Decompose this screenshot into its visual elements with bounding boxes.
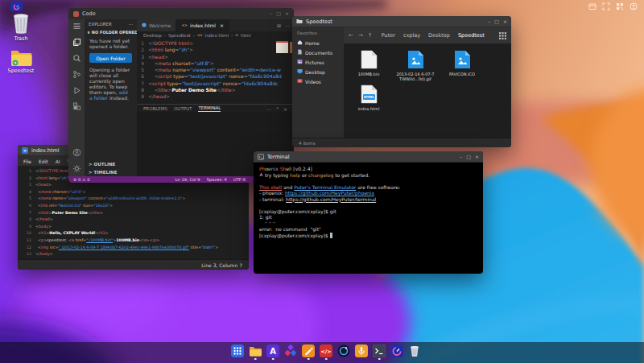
code-line: 7 <title>Puter Demo Site</title>	[18, 210, 249, 217]
sidebar-item-videos[interactable]: Videos	[297, 76, 344, 86]
explorer-section-header[interactable]: ∨ NO FOLDER OPENED	[85, 28, 137, 36]
run-debug-icon[interactable]	[72, 86, 81, 95]
dock-browser-icon[interactable]	[337, 344, 350, 360]
files-titlebar[interactable]: Speedtest –□×	[292, 16, 511, 27]
outline-section[interactable]: > OUTLINE	[85, 160, 137, 168]
chevron-up-icon[interactable]: ⌃	[275, 106, 279, 112]
code-line: 9</head>	[137, 93, 294, 100]
breadcrumb-item[interactable]: Speedtest	[168, 33, 191, 38]
more-actions-icon[interactable]: ⋯	[266, 106, 271, 112]
vscode-explorer-sidebar: EXPLORER⋯ ∨ NO FOLDER OPENED You have no…	[85, 19, 137, 176]
dock-recorder-icon[interactable]	[355, 344, 368, 360]
back-icon[interactable]: ←	[349, 32, 353, 39]
search-icon[interactable]	[72, 54, 81, 63]
more-actions-icon[interactable]: ⋯	[129, 22, 134, 27]
dock-code-icon[interactable]: </>	[320, 344, 332, 360]
cursor-position[interactable]: Ln 19, Col 9	[175, 177, 200, 182]
source-control-icon[interactable]	[72, 70, 81, 79]
panel-tab-problems[interactable]: PROBLEMS	[143, 106, 167, 111]
file-item[interactable]: 100MB.bin	[345, 50, 392, 81]
menu-ai[interactable]: AI	[56, 159, 60, 164]
dock-files-icon[interactable]	[249, 344, 262, 360]
maximize-icon[interactable]: □	[494, 19, 499, 24]
menu-icon[interactable]	[72, 22, 81, 31]
breadcrumb-cxplay[interactable]: cxplay	[403, 32, 420, 39]
code-line: 11 <p>speedtest: <a href="./100MB.bin">1…	[18, 237, 249, 245]
vscode-tab-bar: Welcome<>index.html×⊞⋯	[137, 19, 294, 31]
sidebar-item-documents[interactable]: Documents	[297, 47, 344, 57]
code-line: 3<head>	[18, 182, 249, 189]
file-item[interactable]: FAVICON.ICO	[439, 50, 485, 81]
maximize-icon[interactable]: □	[276, 11, 281, 16]
menu-file[interactable]: File	[23, 159, 31, 164]
breadcrumb-puter[interactable]: Puter	[382, 32, 395, 39]
problems-indicator[interactable]: ⊘ 0 ⚠ 0	[73, 177, 90, 182]
dock-terminal-icon[interactable]	[373, 344, 386, 360]
sidebar-item-home[interactable]: Home	[297, 38, 344, 47]
trash-label: Trash	[3, 35, 39, 42]
breadcrumb-item[interactable]: html	[241, 33, 251, 38]
minimize-icon[interactable]: –	[270, 11, 272, 16]
fullscreen-icon[interactable]	[602, 2, 610, 10]
breadcrumb-item[interactable]: Desktop	[143, 33, 162, 38]
more-actions-icon[interactable]: ⋯	[285, 23, 290, 28]
tab-welcome[interactable]: Welcome	[137, 19, 176, 31]
editor-app-icon: ≡	[22, 147, 28, 154]
user-icon[interactable]	[630, 2, 638, 10]
vscode-breadcrumb[interactable]: Desktop›Speedtest›<>index.html›⊘html	[137, 31, 294, 39]
settings-gear-icon[interactable]	[72, 164, 81, 173]
dock-editor-icon[interactable]	[302, 344, 315, 360]
explorer-note-text: Opening a folder will close all currentl…	[85, 65, 137, 102]
desktop: Trash Speedtest ≡ index.html –□× FileEdi…	[0, 0, 644, 363]
panel-tab-terminal[interactable]: TERMINAL	[198, 105, 221, 112]
minimize-icon[interactable]: –	[488, 19, 490, 24]
open-folder-button[interactable]: Open Folder	[89, 53, 132, 63]
extensions-icon[interactable]	[72, 102, 81, 111]
qr-icon[interactable]	[616, 2, 624, 10]
breadcrumb-desktop[interactable]: Desktop	[428, 32, 450, 39]
indentation[interactable]: Spaces: 4	[207, 177, 227, 182]
speedtest-mini-icon[interactable]	[10, 2, 23, 11]
forward-icon[interactable]: →	[358, 32, 363, 39]
desktop-icon-trash[interactable]: Trash	[3, 13, 39, 42]
code-line: 13</body>	[18, 251, 249, 258]
close-icon[interactable]: ×	[503, 19, 507, 24]
file-item[interactable]: 2013-02-16 6-07-7 TWWild...0d).gif	[392, 50, 439, 81]
dock-trash-icon[interactable]	[408, 344, 421, 360]
account-icon[interactable]	[72, 148, 81, 157]
code-line: 6 <script type="text/javascript" nonce="…	[137, 73, 294, 80]
dock-app-center-icon[interactable]: A	[266, 344, 279, 360]
desktop-icon-speedtest[interactable]: Speedtest	[3, 48, 39, 74]
minimize-icon[interactable]: –	[460, 155, 462, 159]
window-icon[interactable]	[588, 2, 597, 10]
sidebar-item-desktop[interactable]: Desktop	[297, 67, 344, 76]
close-tab-icon[interactable]: ×	[220, 23, 224, 28]
welcome-icon	[142, 23, 147, 28]
terminal-titlebar[interactable]: Terminal –□×	[254, 151, 483, 163]
up-icon[interactable]: ↑	[368, 32, 373, 39]
encoding[interactable]: UTF-8	[233, 177, 246, 182]
terminal-line: [cxplay@puter.com/cxplay]$ git	[259, 208, 477, 215]
vscode-code-area[interactable]: 1<!DOCTYPE html>2<html lang="zh">3<head>…	[137, 39, 294, 104]
timeline-section[interactable]: > TIMELINE	[85, 168, 137, 176]
terminal-body[interactable]: Phoenix Shell [v0.2.4] try typing help o…	[254, 163, 483, 241]
breadcrumb-item[interactable]: index.html	[205, 33, 229, 38]
file-item[interactable]: HTMLindex.html	[345, 85, 392, 111]
dock-dev-center-icon[interactable]	[284, 344, 297, 360]
tab-index-html[interactable]: <>index.html×	[176, 19, 229, 31]
close-panel-icon[interactable]: ×	[283, 106, 287, 112]
editor-title: index.html	[31, 147, 60, 154]
close-icon[interactable]: ×	[285, 11, 289, 16]
breadcrumb-speedtest[interactable]: Speedtest	[458, 32, 485, 39]
dock-app-launcher-icon[interactable]	[231, 344, 244, 360]
menu-edit[interactable]: Edit	[39, 159, 48, 164]
panel-tab-output[interactable]: OUTPUT	[174, 106, 192, 111]
maximize-icon[interactable]: □	[466, 155, 471, 159]
close-icon[interactable]: ×	[475, 155, 479, 159]
vscode-titlebar[interactable]: Code –□×	[68, 8, 294, 19]
split-editor-icon[interactable]: ⊞	[277, 23, 281, 28]
dock-speedtest-icon[interactable]	[390, 344, 403, 360]
sidebar-item-pictures[interactable]: Pictures	[297, 57, 344, 67]
explorer-icon[interactable]	[72, 38, 81, 47]
grid-view-icon[interactable]	[499, 32, 506, 39]
